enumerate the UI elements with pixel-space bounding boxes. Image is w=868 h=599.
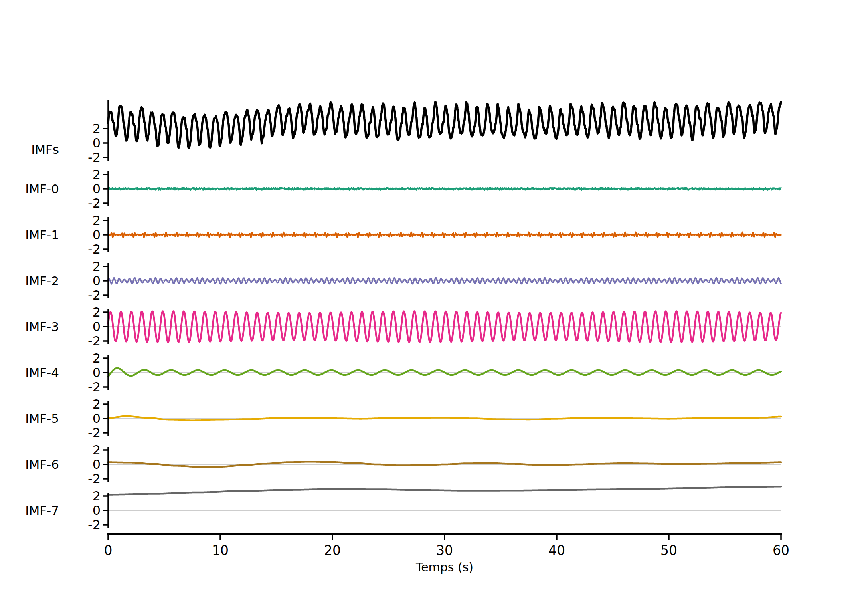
y-tick-label: -2	[61, 287, 101, 303]
y-tick-label: 2	[61, 442, 101, 458]
y-tick-label: -2	[61, 195, 101, 211]
row-label-imf-6: IMF-6	[0, 456, 59, 473]
y-tick-label: -2	[61, 471, 101, 487]
y-tick-label: -2	[61, 241, 101, 257]
row-label-imfs: IMFs	[0, 141, 59, 158]
x-tick-label: 10	[196, 543, 244, 559]
imf-decomposition-figure: Temps (s) 20-2IMFs20-2IMF-020-2IMF-120-2…	[0, 0, 868, 599]
x-tick-label: 0	[84, 543, 132, 559]
y-tick-label: 0	[61, 135, 101, 151]
y-tick-label: -2	[61, 149, 101, 165]
series-imf-1	[108, 232, 781, 238]
x-tick-label: 30	[421, 543, 469, 559]
row-label-imf-2: IMF-2	[0, 272, 59, 289]
y-tick-label: 2	[61, 258, 101, 274]
y-tick-label: 0	[61, 273, 101, 289]
x-tick-label: 60	[757, 543, 805, 559]
series-imfs	[108, 102, 781, 148]
y-tick-label: -2	[61, 425, 101, 441]
row-label-imf-3: IMF-3	[0, 318, 59, 335]
y-tick-label: 0	[61, 319, 101, 335]
y-tick-label: -2	[61, 517, 101, 533]
y-tick-label: 2	[61, 396, 101, 412]
row-label-imf-1: IMF-1	[0, 226, 59, 243]
y-tick-label: 0	[61, 227, 101, 243]
imf-stacked-plot-canvas	[0, 0, 868, 599]
y-tick-label: 0	[61, 411, 101, 426]
x-tick-label: 20	[308, 543, 356, 559]
row-label-imf-7: IMF-7	[0, 502, 59, 519]
y-tick-label: 2	[61, 350, 101, 366]
y-tick-label: -2	[61, 379, 101, 395]
series-imf-7	[108, 486, 781, 494]
y-tick-label: 0	[61, 456, 101, 472]
y-tick-label: 2	[61, 212, 101, 228]
y-tick-label: 0	[61, 502, 101, 518]
y-tick-label: 2	[61, 304, 101, 320]
row-label-imf-4: IMF-4	[0, 364, 59, 381]
row-label-imf-0: IMF-0	[0, 180, 59, 197]
y-tick-label: 2	[61, 488, 101, 504]
series-imf-0	[108, 188, 781, 190]
y-tick-label: 2	[61, 167, 101, 182]
y-tick-label: 2	[61, 121, 101, 137]
y-tick-label: -2	[61, 333, 101, 349]
x-axis-title: Temps (s)	[361, 560, 528, 575]
x-tick-label: 50	[645, 543, 693, 559]
row-label-imf-5: IMF-5	[0, 410, 59, 427]
y-tick-label: 0	[61, 181, 101, 197]
y-tick-label: 0	[61, 365, 101, 381]
x-tick-label: 40	[533, 543, 581, 559]
